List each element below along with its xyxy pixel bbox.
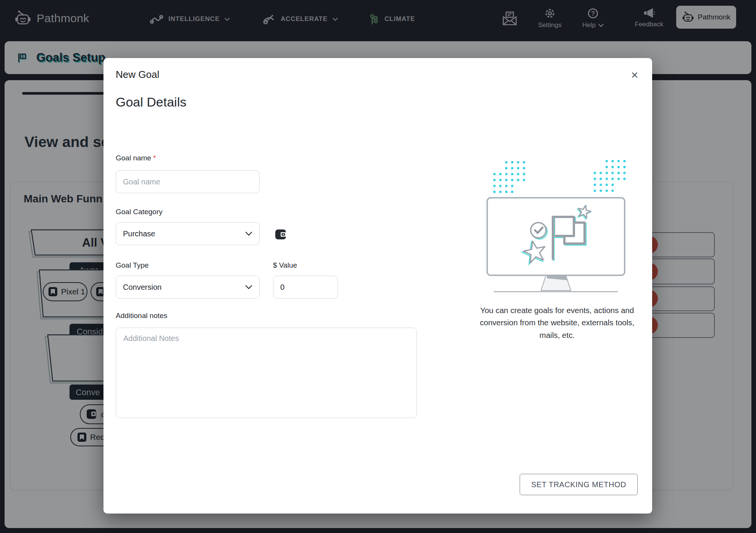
chevron-down-icon [245, 231, 252, 236]
goal-type-select[interactable]: Conversion [116, 276, 260, 299]
goal-illustration [469, 151, 642, 300]
goal-category-label: Goal Category [116, 208, 163, 216]
section-title: Goal Details [116, 95, 186, 110]
close-icon[interactable]: × [626, 66, 643, 83]
goal-type-value: Conversion [123, 283, 162, 292]
dot-grid-left [493, 161, 525, 193]
goal-info-text: You can create goals for events, actions… [472, 304, 643, 341]
chevron-down-icon [245, 285, 252, 289]
new-goal-modal: New Goal × Goal Details Goal name* Goal … [103, 58, 652, 514]
purchase-wallet-icon [275, 229, 287, 240]
check-circle-icon [531, 223, 546, 238]
dot-grid-right [594, 160, 626, 192]
notes-label: Additional notes [116, 312, 167, 320]
value-label: $ Value [273, 261, 297, 270]
goal-category-select[interactable]: Purchase [116, 222, 260, 245]
goal-name-input[interactable] [116, 170, 260, 193]
modal-title: New Goal [116, 69, 159, 81]
notes-textarea[interactable] [116, 328, 417, 418]
set-tracking-method-button[interactable]: SET TRACKING METHOD [520, 474, 638, 495]
goal-category-value: Purchase [123, 229, 155, 238]
value-input[interactable] [273, 276, 338, 299]
required-asterisk: * [153, 154, 156, 162]
goal-name-label: Goal name* [116, 154, 156, 162]
goal-type-label: Goal Type [116, 261, 149, 270]
